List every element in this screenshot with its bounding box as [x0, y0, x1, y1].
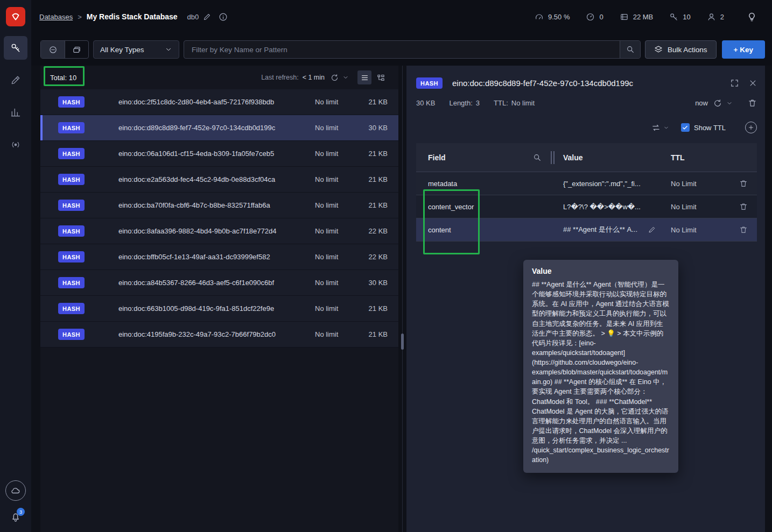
close-details-button[interactable]: [749, 79, 757, 87]
show-ttl-checkbox[interactable]: Show TTL: [681, 123, 726, 132]
column-resize-handle[interactable]: [551, 151, 555, 164]
key-name: eino:doc:06a106d1-cf15-4eda-b309-1fa05fe…: [118, 150, 315, 158]
filter-by-pattern-button[interactable]: [41, 41, 65, 58]
ttl-value: No limit: [511, 99, 535, 107]
redis-logo-icon: [10, 11, 22, 23]
metric-memory: 22 MB: [620, 12, 654, 22]
fullscreen-button[interactable]: [730, 79, 739, 88]
bulk-actions-button[interactable]: Bulk Actions: [645, 40, 717, 59]
field-header-label: Field: [428, 153, 446, 162]
keys-key-icon: [669, 12, 678, 22]
auto-refresh-dropdown[interactable]: [342, 74, 349, 81]
resizer-handle[interactable]: [401, 334, 404, 350]
metric-keys: 10: [669, 12, 690, 22]
key-type-badge: HASH: [58, 329, 85, 340]
list-view-button[interactable]: [357, 70, 371, 84]
panel-resizer[interactable]: [398, 66, 406, 532]
bulk-actions-label: Bulk Actions: [668, 46, 707, 54]
search-fields-button[interactable]: [533, 153, 542, 162]
key-type-badge: HASH: [58, 122, 85, 133]
edit-value-button[interactable]: [648, 226, 656, 233]
field-value[interactable]: ## **Agent 是什么** A...: [552, 225, 659, 235]
key-list-row[interactable]: HASH eino:doc:06a106d1-cf15-4eda-b309-1f…: [40, 141, 398, 167]
show-ttl-label: Show TTL: [694, 124, 726, 132]
key-list-row[interactable]: HASH eino:doc:bffb05cf-1e13-49af-aa31-dc…: [40, 244, 398, 270]
memory-db-icon: [620, 12, 629, 22]
notifications-button[interactable]: 3: [10, 512, 21, 522]
clients-user-icon: [707, 12, 716, 22]
sidebar-item-analytics[interactable]: [4, 101, 27, 124]
key-ttl: No limit: [315, 124, 361, 132]
field-value[interactable]: {"_extension":".md","_fi...: [552, 180, 659, 188]
key-type-badge: HASH: [58, 200, 85, 211]
refresh-icon: [713, 99, 722, 108]
sidebar-item-pubsub[interactable]: [4, 133, 27, 157]
sidebar-nav: [4, 36, 27, 157]
memory-value: 22 MB: [633, 13, 654, 21]
key-list-row[interactable]: HASH eino:doc:8afaa396-9882-4bd4-9b0b-ac…: [40, 218, 398, 244]
chevron-down-icon: [726, 100, 733, 107]
key-type-select[interactable]: All Key Types: [93, 40, 179, 59]
key-details-header: HASH eino:doc:d89c8d89-fef7-452e-97c0-13…: [416, 77, 757, 89]
key-type-badge: HASH: [58, 303, 85, 314]
search-submit-button[interactable]: [620, 41, 640, 58]
key-size: 21 KB: [361, 98, 388, 106]
trash-icon: [739, 179, 748, 188]
index-cards-icon: [72, 45, 81, 54]
hash-field-row[interactable]: content_vector L?�?\? ��>��w�... No Limi…: [416, 195, 757, 218]
key-list-row[interactable]: HASH eino:doc:ba70f0fa-cbf6-4b7c-b8be-83…: [40, 193, 398, 218]
redis-logo[interactable]: [6, 7, 25, 26]
delete-field-button[interactable]: [739, 202, 748, 211]
key-list-row[interactable]: HASH eino:doc:e2a563dd-fec4-45c2-94db-0e…: [40, 167, 398, 193]
close-icon: [749, 79, 757, 87]
refresh-keys-button[interactable]: [331, 74, 339, 82]
key-list-row[interactable]: HASH eino:doc:a84b5367-8266-46d3-aef5-c6…: [40, 270, 398, 296]
database-title: My Redis Stack Database: [87, 12, 178, 21]
search-input[interactable]: [184, 41, 620, 58]
key-name: eino:doc:ba70f0fa-cbf6-4b7c-b8be-832571f…: [118, 201, 315, 209]
search-index-button[interactable]: [65, 41, 88, 58]
trash-icon: [748, 98, 757, 108]
tree-view-button[interactable]: [374, 70, 388, 84]
key-ttl: No limit: [315, 304, 361, 313]
layers-icon: [654, 45, 663, 54]
hash-field-row-selected[interactable]: content ## **Agent 是什么** A... No Limit: [416, 218, 757, 242]
length-label: Length:: [449, 99, 472, 107]
key-type-badge: HASH: [58, 277, 85, 288]
details-refresh-value: now: [695, 99, 708, 107]
field-actions: [730, 179, 757, 188]
delete-key-button[interactable]: [748, 98, 757, 108]
delete-field-button[interactable]: [739, 179, 748, 188]
insights-button[interactable]: [747, 12, 757, 22]
format-selector[interactable]: [651, 123, 669, 132]
key-list-row-selected[interactable]: HASH eino:doc:d89c8d89-fef7-452e-97c0-13…: [40, 115, 398, 141]
sidebar-item-browser[interactable]: [4, 36, 27, 60]
checkbox-checked: [681, 123, 690, 132]
resizer-line: [402, 66, 403, 532]
lightbulb-icon: [747, 12, 757, 22]
field-value-text: {"_extension":".md","_fi...: [563, 180, 659, 188]
tooltip-title: Value: [532, 267, 670, 275]
sidebar-item-workbench[interactable]: [4, 68, 27, 92]
key-list-row[interactable]: HASH eino:doc:4195fa9b-232c-49a7-93c2-7b…: [40, 322, 398, 347]
redisinsight-app: 3 Databases > My Redis Stack Database db…: [0, 0, 772, 532]
add-key-button[interactable]: + Key: [722, 40, 765, 59]
key-list-row[interactable]: HASH eino:doc:663b1005-d98d-419c-9fa1-85…: [40, 296, 398, 322]
cloud-button[interactable]: [5, 480, 26, 501]
db-info-button[interactable]: [219, 12, 228, 22]
key-size: 22 KB: [361, 253, 388, 261]
field-ttl: No Limit: [659, 180, 730, 188]
keys-total-label: Total: 10: [45, 70, 82, 85]
auto-refresh-config-dropdown[interactable]: [726, 100, 733, 107]
delete-field-button[interactable]: [739, 225, 748, 234]
hash-field-row[interactable]: metadata {"_extension":".md","_fi... No …: [416, 172, 757, 195]
refresh-details-button[interactable]: [713, 99, 722, 108]
database-index: db0: [187, 13, 199, 21]
edit-db-alias-button[interactable]: [203, 13, 211, 21]
add-field-button[interactable]: [745, 122, 757, 133]
breadcrumb-databases-link[interactable]: Databases: [39, 13, 73, 21]
key-type-badge: HASH: [58, 225, 85, 237]
table-header-row: Field Value TTL: [416, 143, 757, 172]
field-value[interactable]: L?�?\? ��>��w�...: [552, 203, 659, 211]
key-list-row[interactable]: HASH eino:doc:2f51c8dc-2d80-4eb4-aaf5-72…: [40, 89, 398, 115]
